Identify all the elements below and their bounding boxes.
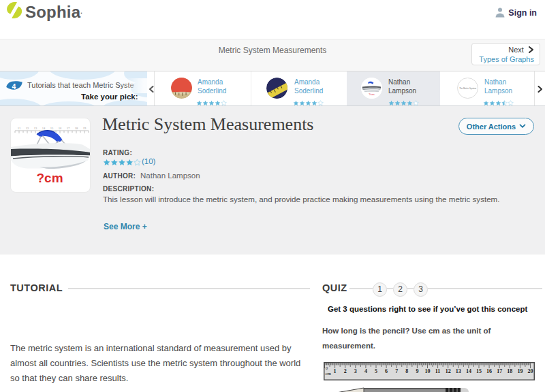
svg-text:4: 4	[364, 368, 367, 374]
svg-text:12: 12	[446, 368, 451, 374]
svg-text:5: 5	[375, 368, 377, 374]
svg-text:The Metric System: The Metric System	[459, 87, 476, 90]
svg-text:9: 9	[416, 368, 418, 374]
svg-text:13: 13	[34, 127, 37, 130]
svg-text:?cm: ?cm	[36, 171, 63, 185]
svg-text:15: 15	[50, 127, 54, 130]
svg-text:16: 16	[486, 368, 492, 374]
svg-text:14: 14	[42, 127, 46, 130]
svg-text:3: 3	[354, 368, 357, 374]
svg-text:10: 10	[425, 368, 431, 374]
svg-text:19: 19	[517, 368, 523, 374]
svg-text:6: 6	[385, 368, 388, 374]
svg-text:15: 15	[476, 368, 482, 374]
svg-text:12: 12	[26, 127, 29, 130]
svg-text:1: 1	[334, 368, 337, 374]
svg-text:14: 14	[466, 368, 471, 374]
svg-text:18: 18	[75, 127, 78, 130]
svg-text:13: 13	[456, 368, 461, 374]
svg-text:4: 4	[12, 82, 16, 91]
svg-text:16: 16	[59, 127, 62, 130]
svg-text:11: 11	[18, 127, 20, 130]
svg-text:cm: cm	[326, 371, 332, 376]
svg-text:17: 17	[67, 127, 70, 130]
svg-text:20: 20	[528, 368, 533, 374]
svg-text:18: 18	[507, 368, 512, 374]
svg-text:0: 0	[326, 366, 328, 370]
svg-text:11: 11	[435, 368, 441, 374]
svg-text:17: 17	[497, 368, 502, 374]
svg-text:7: 7	[395, 368, 398, 374]
svg-text:19: 19	[83, 127, 87, 130]
svg-text:?cm: ?cm	[369, 93, 375, 96]
svg-text:2: 2	[344, 368, 347, 374]
svg-text:8: 8	[405, 368, 408, 374]
